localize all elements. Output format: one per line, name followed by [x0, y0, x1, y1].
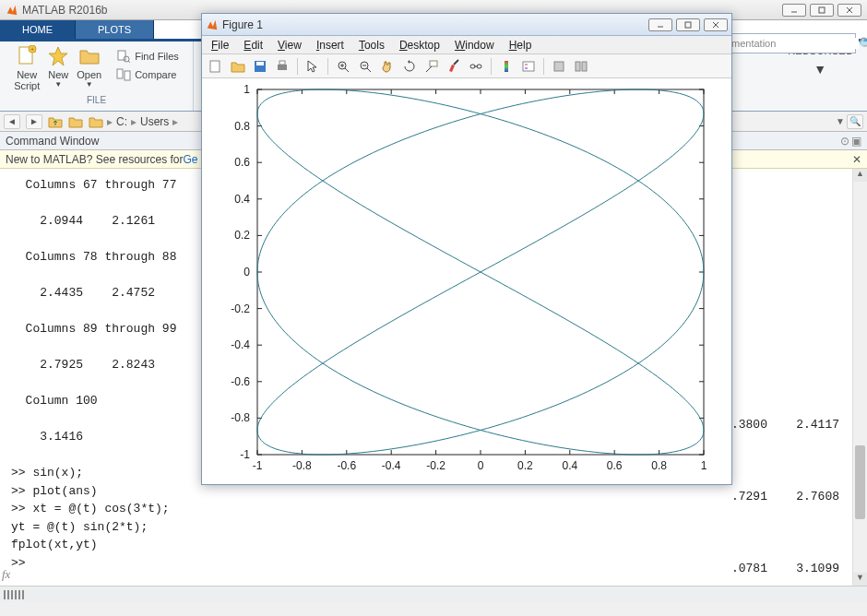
figure-minimize-button[interactable]	[648, 18, 672, 31]
main-close-button[interactable]	[837, 4, 861, 17]
main-minimize-button[interactable]	[782, 4, 806, 17]
legend-tool[interactable]	[518, 57, 539, 76]
figure-window[interactable]: Figure 1 FileEditViewInsertToolsDesktopW…	[201, 13, 732, 485]
compare-button[interactable]: Compare	[116, 67, 179, 82]
find-files-button[interactable]: Find Files	[116, 49, 179, 64]
svg-rect-12	[117, 69, 123, 78]
getting-started-link[interactable]: Ge	[184, 153, 198, 166]
vertical-scrollbar[interactable]: ▲ ▼	[852, 169, 867, 586]
brush-tool[interactable]	[444, 57, 464, 76]
menu-help[interactable]: Help	[504, 38, 538, 53]
banner-close-button[interactable]: ✕	[852, 153, 861, 166]
figure-close-button[interactable]	[704, 18, 728, 31]
tab-plots[interactable]: PLOTS	[76, 20, 154, 39]
print-tool[interactable]	[272, 57, 292, 76]
svg-text:0: 0	[478, 459, 484, 472]
app-title: MATLAB R2016b	[22, 4, 108, 17]
svg-rect-20	[256, 62, 264, 65]
datacursor-tool[interactable]	[422, 57, 442, 76]
svg-rect-22	[279, 61, 285, 65]
menu-window[interactable]: Window	[449, 38, 500, 53]
svg-text:1: 1	[243, 83, 250, 96]
svg-rect-21	[278, 65, 287, 70]
figure-menubar[interactable]: FileEditViewInsertToolsDesktopWindowHelp	[202, 36, 731, 54]
svg-rect-37	[523, 62, 534, 71]
svg-line-24	[345, 68, 349, 72]
folder-up-icon[interactable]	[48, 115, 63, 128]
tab-home[interactable]: HOME	[0, 20, 76, 39]
scroll-up-arrow[interactable]: ▲	[853, 169, 867, 182]
link-tool[interactable]	[466, 57, 486, 76]
new-script-button[interactable]: + New Script	[14, 45, 40, 91]
main-window-controls	[782, 4, 861, 17]
cmdwin-undock-icon[interactable]: ▣	[851, 135, 861, 148]
fx-prompt-icon[interactable]: fx	[2, 567, 10, 582]
zoom-in-tool[interactable]	[333, 57, 353, 76]
colorbar-tool[interactable]	[496, 57, 517, 76]
cmdwin-dropdown-icon[interactable]: ⊙	[840, 135, 849, 148]
svg-text:-0.8: -0.8	[292, 459, 312, 472]
svg-rect-9	[118, 51, 125, 60]
search-icon[interactable]: 🔍	[859, 37, 867, 51]
new-icon	[47, 45, 69, 67]
svg-text:-0.6: -0.6	[231, 375, 250, 388]
menu-desktop[interactable]: Desktop	[394, 38, 445, 53]
new-figure-tool[interactable]	[206, 57, 226, 76]
svg-text:0.8: 0.8	[651, 459, 667, 472]
svg-text:0.6: 0.6	[607, 459, 623, 472]
folder-icon[interactable]	[68, 115, 83, 128]
svg-rect-36	[505, 61, 508, 72]
menu-edit[interactable]: Edit	[238, 38, 268, 53]
svg-marker-8	[49, 47, 67, 65]
open-button[interactable]: Open ▼	[77, 45, 101, 91]
figure-titlebar[interactable]: Figure 1	[202, 14, 731, 36]
pan-tool[interactable]	[377, 57, 398, 76]
scroll-thumb[interactable]	[855, 445, 865, 519]
figure-icon	[206, 18, 219, 31]
svg-text:-1: -1	[253, 459, 263, 472]
search-input[interactable]	[731, 38, 859, 49]
figure-axes[interactable]: -1-0.8-0.6-0.4-0.200.20.40.60.81-1-0.8-0…	[202, 78, 731, 484]
path-search-button[interactable]: 🔍	[847, 114, 863, 129]
open-tool[interactable]	[228, 57, 248, 76]
file-section-label: FILE	[7, 95, 185, 107]
main-maximize-button[interactable]	[810, 4, 834, 17]
open-icon	[78, 45, 101, 67]
pointer-tool[interactable]	[303, 57, 323, 76]
svg-text:-0.4: -0.4	[382, 459, 401, 472]
svg-text:+: +	[30, 45, 35, 53]
svg-text:0.2: 0.2	[234, 229, 250, 242]
nav-back-button[interactable]: ◄	[4, 114, 20, 129]
hide-plot-tools-tool[interactable]	[549, 57, 569, 76]
command-text-overflow: .3800 2.4117 .7291 2.7608 .0781 3.1099	[731, 416, 839, 578]
menu-view[interactable]: View	[272, 38, 307, 53]
figure-maximize-button[interactable]	[676, 18, 700, 31]
svg-rect-41	[576, 62, 580, 71]
figure-toolbar	[202, 54, 731, 78]
drive-icon	[89, 115, 103, 128]
svg-text:-1: -1	[240, 448, 250, 461]
menu-tools[interactable]: Tools	[353, 38, 390, 53]
svg-text:-0.2: -0.2	[231, 302, 250, 315]
show-plot-tools-tool[interactable]	[571, 57, 591, 76]
svg-rect-30	[430, 61, 437, 66]
figure-title: Figure 1	[222, 18, 263, 31]
svg-rect-40	[554, 62, 564, 71]
svg-rect-15	[685, 22, 691, 28]
svg-rect-13	[125, 71, 130, 80]
zoom-out-tool[interactable]	[355, 57, 375, 76]
lissajous-plot: -1-0.8-0.6-0.4-0.200.20.40.60.81-1-0.8-0…	[202, 78, 731, 484]
compare-icon	[116, 67, 131, 82]
menu-insert[interactable]: Insert	[311, 38, 350, 53]
svg-text:-0.4: -0.4	[231, 338, 250, 351]
rotate-tool[interactable]	[399, 57, 420, 76]
scroll-down-arrow[interactable]: ▼	[853, 573, 867, 586]
svg-text:1: 1	[701, 459, 707, 472]
status-bar	[0, 586, 867, 602]
menu-file[interactable]: File	[206, 38, 234, 53]
search-box[interactable]: 🔍	[727, 33, 856, 53]
new-button[interactable]: New ▼	[47, 45, 69, 91]
breadcrumb[interactable]: ▸ C: ▸ Users ▸	[89, 115, 178, 128]
save-tool[interactable]	[250, 57, 270, 76]
nav-fwd-button[interactable]: ►	[26, 114, 42, 129]
